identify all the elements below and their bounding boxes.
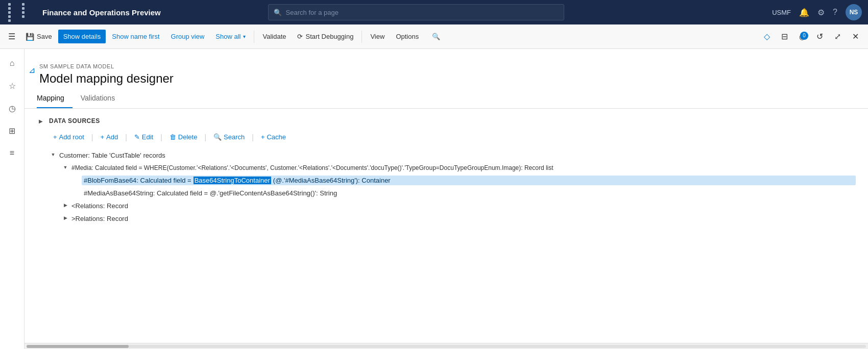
help-icon[interactable]: ? xyxy=(833,8,837,17)
toolbar-search-button[interactable]: 🔍 xyxy=(427,30,445,43)
edit-button[interactable]: ✎ Edit xyxy=(130,131,157,143)
badge-count: 0 xyxy=(800,32,808,40)
mediabase64-item[interactable]: #MediaAsBase64String: Calculated field =… xyxy=(82,188,856,198)
side-navigation: ⌂ ☆ ◷ ⊞ ≡ xyxy=(0,49,25,349)
top-navigation: Finance and Operations Preview 🔍 USMF 🔔 … xyxy=(0,0,868,24)
tree-row: ▶ >Relations: Record xyxy=(37,212,856,225)
sidenav-recent[interactable]: ◷ xyxy=(2,98,22,118)
group-view-button[interactable]: Group view xyxy=(166,30,210,43)
filter-icon[interactable]: ⊿ xyxy=(29,63,35,75)
save-button[interactable]: 💾 Save xyxy=(20,30,57,44)
save-icon: 💾 xyxy=(26,33,34,41)
filter-icon-container: ⊿ xyxy=(25,55,39,83)
tab-mapping[interactable]: Mapping xyxy=(37,90,73,108)
search-input[interactable] xyxy=(286,9,559,16)
refresh-icon-button[interactable]: ↺ xyxy=(811,29,828,44)
section-expand-btn[interactable]: ▶ xyxy=(37,117,45,125)
toolbar-divider-1 xyxy=(254,31,254,43)
search-action-icon: 🔍 xyxy=(213,133,222,141)
validate-button[interactable]: Validate xyxy=(257,30,291,43)
columns-icon-button[interactable]: ⊟ xyxy=(776,29,793,44)
app-grid-icon[interactable] xyxy=(6,1,36,24)
add-root-icon: + xyxy=(53,133,57,141)
app-title: Finance and Operations Preview xyxy=(42,8,161,17)
cache-button[interactable]: + Cache xyxy=(257,131,290,143)
debug-icon: ⟳ xyxy=(297,33,303,40)
sidenav-favorites[interactable]: ☆ xyxy=(2,76,22,96)
add-root-button[interactable]: + Add root xyxy=(49,131,88,143)
tree-row: ▶ <Relations: Record xyxy=(37,200,856,212)
blob-text-before: #BlobFomBase64: Calculated field = xyxy=(84,177,191,184)
tree-row: ▼ Customer: Table 'CustTable' records xyxy=(37,149,856,162)
action-bar: + Add root | + Add | ✎ Edit | 🗑 Delete xyxy=(37,131,856,143)
toolbar: ☰ 💾 Save Show details Show name first Gr… xyxy=(0,24,868,49)
customer-expand[interactable]: ▼ xyxy=(49,151,57,159)
show-name-first-button[interactable]: Show name first xyxy=(107,30,164,43)
chevron-down-icon: ▾ xyxy=(243,34,246,39)
top-nav-right: USMF 🔔 ⚙ ? NS xyxy=(772,4,862,20)
blobfombase64-item[interactable]: #BlobFomBase64: Calculated field = Base6… xyxy=(82,176,856,185)
toolbar-search-icon: 🔍 xyxy=(432,33,440,40)
avatar[interactable]: NS xyxy=(846,4,862,20)
relations-right-expand[interactable]: ▶ xyxy=(61,214,69,222)
tree-row: #MediaAsBase64String: Calculated field =… xyxy=(37,187,856,200)
relations-left-expand[interactable]: ▶ xyxy=(61,201,69,209)
page-title: Model mapping designer xyxy=(39,71,174,86)
media-expand[interactable]: ▼ xyxy=(61,163,69,171)
page-header: SM SAMPLE DATA MODEL Model mapping desig… xyxy=(39,55,186,90)
popout-icon-button[interactable]: ⤢ xyxy=(829,29,846,44)
header-row: ⊿ SM SAMPLE DATA MODEL Model mapping des… xyxy=(25,49,868,90)
relations-right-item[interactable]: >Relations: Record xyxy=(69,214,856,223)
scrollbar-thumb xyxy=(27,345,129,348)
sidenav-workspaces[interactable]: ⊞ xyxy=(2,120,22,141)
tree: ▼ Customer: Table 'CustTable' records ▼ … xyxy=(37,149,856,225)
diamond-icon-button[interactable]: ◇ xyxy=(759,29,775,44)
notification-icon[interactable]: 🔔 xyxy=(799,8,809,17)
customer-item[interactable]: Customer: Table 'CustTable' records xyxy=(57,151,856,160)
add-icon: + xyxy=(100,133,104,141)
global-search[interactable]: 🔍 xyxy=(268,4,564,20)
sidenav-list[interactable]: ≡ xyxy=(2,143,22,163)
section-title: DATA SOURCES xyxy=(49,117,100,124)
blob-text-after: (@.'#MediaAsBase64String'): Container xyxy=(273,177,391,184)
user-code: USMF xyxy=(772,9,791,16)
delete-icon: 🗑 xyxy=(170,133,176,141)
relations-left-item[interactable]: <Relations: Record xyxy=(69,201,856,211)
show-all-button[interactable]: Show all ▾ xyxy=(210,30,251,43)
search-icon: 🔍 xyxy=(274,9,282,16)
close-icon-button[interactable]: ✕ xyxy=(847,29,864,44)
settings-icon[interactable]: ⚙ xyxy=(817,8,825,17)
toolbar-divider-2 xyxy=(361,31,362,43)
sidenav-home[interactable]: ⌂ xyxy=(2,53,22,73)
scrollbar[interactable] xyxy=(25,343,868,349)
media-item[interactable]: #Media: Calculated field = WHERE(Custome… xyxy=(69,163,856,172)
show-details-button[interactable]: Show details xyxy=(58,30,106,43)
section-header: ▶ DATA SOURCES xyxy=(37,117,856,125)
main-layout: ⌂ ☆ ◷ ⊞ ≡ ⊿ SM SAMPLE DATA MODEL Model m… xyxy=(0,49,868,349)
add-button[interactable]: + Add xyxy=(96,131,122,143)
cache-icon: + xyxy=(261,133,265,141)
tree-row: #BlobFomBase64: Calculated field = Base6… xyxy=(37,174,856,187)
blob-highlight: Base64StringToContainer xyxy=(194,177,271,184)
hamburger-button[interactable]: ☰ xyxy=(4,29,19,44)
breadcrumb: SM SAMPLE DATA MODEL xyxy=(39,63,174,69)
options-button[interactable]: Options xyxy=(391,30,424,43)
tab-validations[interactable]: Validations xyxy=(81,90,123,108)
tabs: Mapping Validations xyxy=(25,90,868,109)
view-button[interactable]: View xyxy=(365,30,390,43)
content-area: ⊿ SM SAMPLE DATA MODEL Model mapping des… xyxy=(25,49,868,349)
scrollbar-track xyxy=(27,345,866,348)
tree-row: ▼ #Media: Calculated field = WHERE(Custo… xyxy=(37,162,856,174)
delete-button[interactable]: 🗑 Delete xyxy=(165,131,202,143)
search-button[interactable]: 🔍 Search xyxy=(209,131,249,143)
edit-icon: ✎ xyxy=(134,133,140,141)
badge-button[interactable]: ◉ 0 xyxy=(794,30,810,44)
datasources-container: ▶ DATA SOURCES + Add root | + Add | ✎ Ed… xyxy=(25,109,868,343)
start-debugging-button[interactable]: ⟳ Start Debugging xyxy=(292,30,358,43)
